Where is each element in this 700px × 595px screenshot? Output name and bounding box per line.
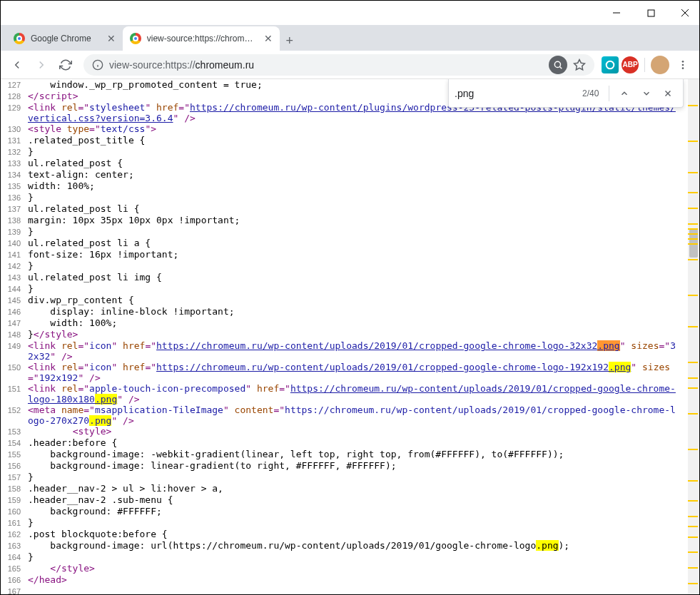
scrollbar[interactable] — [688, 79, 699, 594]
minimize-button[interactable] — [609, 6, 624, 20]
line-code[interactable]: ul.related_post li { — [28, 203, 688, 214]
close-icon[interactable]: ✕ — [264, 33, 273, 44]
line-code[interactable]: <link rel="icon" href="https://chromeum.… — [28, 340, 688, 362]
source-line: 138margin: 10px 35px 10px 0px !important… — [1, 215, 688, 226]
separator — [609, 86, 609, 101]
line-number: 132 — [1, 146, 28, 158]
source-line: 148}</style> — [1, 329, 688, 340]
svg-rect-1 — [648, 10, 654, 16]
line-code[interactable]: <style> — [28, 426, 688, 437]
source-line: 139} — [1, 226, 688, 238]
line-code[interactable]: background-image: url(https://chromeum.r… — [28, 540, 688, 551]
tab-google-chrome[interactable]: Google Chrome ✕ — [6, 26, 123, 51]
forward-button[interactable] — [31, 54, 52, 76]
source-line: 142} — [1, 260, 688, 272]
line-code[interactable]: } — [28, 192, 688, 203]
line-number: 127 — [1, 79, 28, 91]
reload-button[interactable] — [55, 54, 76, 76]
line-code[interactable]: ul.related_post { — [28, 158, 688, 168]
line-code[interactable]: }</style> — [28, 329, 688, 340]
line-code[interactable]: .header__nav-2 .sub-menu { — [28, 494, 688, 505]
line-number: 159 — [1, 494, 28, 506]
source-code-view[interactable]: 127 window._wp_rp_promoted_content = tru… — [1, 79, 688, 594]
line-code[interactable]: .post blockquote:before { — [28, 529, 688, 539]
line-code[interactable] — [28, 586, 688, 594]
line-code[interactable]: background: #FFFFFF; — [28, 506, 688, 517]
line-code[interactable]: .related_post_title { — [28, 135, 688, 146]
address-bar[interactable]: view-source:https://chromeum.ru — [83, 54, 594, 76]
line-code[interactable]: <link rel="apple-touch-icon-precomposed"… — [28, 383, 688, 405]
line-code[interactable]: text-align: center; — [28, 169, 688, 180]
line-code[interactable]: } — [28, 472, 688, 482]
line-code[interactable]: </style> — [28, 563, 688, 574]
line-code[interactable]: background-image: linear-gradient(to rig… — [28, 460, 688, 471]
line-code[interactable]: } — [28, 517, 688, 528]
tab-bar: Google Chrome ✕ view-source:https://chro… — [1, 25, 699, 51]
line-code[interactable]: </head> — [28, 574, 688, 585]
line-code[interactable]: background-image: -webkit-gradient(linea… — [28, 449, 688, 459]
line-number: 145 — [1, 295, 28, 306]
line-number: 134 — [1, 169, 28, 180]
line-code[interactable]: ul.related_post li a { — [28, 238, 688, 248]
svg-point-7 — [554, 61, 560, 67]
source-line: 131.related_post_title { — [1, 135, 688, 146]
line-code[interactable]: } — [28, 551, 688, 562]
svg-point-10 — [607, 61, 614, 68]
line-code[interactable]: margin: 10px 35px 10px 0px !important; — [28, 215, 688, 225]
line-code[interactable]: .header:before { — [28, 437, 688, 448]
profile-avatar[interactable] — [651, 56, 669, 74]
source-line: 163 background-image: url(https://chrome… — [1, 540, 688, 551]
line-code[interactable]: div.wp_rp_content { — [28, 295, 688, 305]
search-in-page-icon[interactable] — [549, 56, 567, 74]
line-code[interactable]: } — [28, 146, 688, 157]
source-line: 167 — [1, 586, 688, 594]
source-line: 153 <style> — [1, 426, 688, 437]
line-number: 162 — [1, 529, 28, 540]
extension-icon-1[interactable] — [602, 56, 619, 73]
line-code[interactable]: <meta name="msapplication-TileImage" con… — [28, 405, 688, 426]
line-code[interactable]: } — [28, 260, 688, 271]
tab-title: view-source:https://chromeum.ru — [147, 34, 254, 44]
find-input[interactable] — [455, 88, 579, 99]
line-number: 157 — [1, 472, 28, 483]
line-number: 164 — [1, 551, 28, 563]
close-button[interactable] — [678, 6, 692, 20]
source-line: 164} — [1, 551, 688, 563]
line-number: 158 — [1, 483, 28, 494]
maximize-button[interactable] — [644, 6, 658, 20]
source-line: 147 width: 100%; — [1, 317, 688, 329]
bookmark-icon[interactable] — [573, 59, 586, 71]
line-number: 129 — [1, 102, 28, 113]
menu-button[interactable] — [672, 54, 694, 76]
source-line: 145div.wp_rp_content { — [1, 295, 688, 306]
line-code[interactable]: <link rel="icon" href="https://chromeum.… — [28, 362, 688, 383]
line-number: 131 — [1, 135, 28, 146]
find-close-button[interactable] — [659, 83, 677, 103]
line-code[interactable]: <style type="text/css"> — [28, 123, 688, 134]
tab-view-source[interactable]: view-source:https://chromeum.ru ✕ — [123, 26, 280, 51]
line-code[interactable]: } — [28, 283, 688, 294]
source-line: 143ul.related_post li img { — [1, 272, 688, 283]
close-icon[interactable]: ✕ — [107, 33, 116, 44]
line-code[interactable]: ul.related_post li img { — [28, 272, 688, 283]
line-code[interactable]: display: inline-block !important; — [28, 306, 688, 317]
find-prev-button[interactable] — [615, 83, 634, 103]
line-code[interactable]: font-size: 16px !important; — [28, 249, 688, 260]
find-count: 2/40 — [582, 88, 599, 98]
line-code[interactable]: .header__nav-2 > ul > li:hover > a, — [28, 483, 688, 494]
find-bar: 2/40 — [448, 79, 684, 108]
url-text: view-source:https://chromeum.ru — [109, 59, 543, 71]
line-number: 141 — [1, 249, 28, 260]
line-code[interactable]: } — [28, 226, 688, 237]
source-line: 134text-align: center; — [1, 169, 688, 180]
find-next-button[interactable] — [637, 83, 656, 103]
adblock-icon[interactable]: ABP — [622, 56, 639, 73]
back-button[interactable] — [6, 54, 28, 76]
source-line: 162.post blockquote:before { — [1, 529, 688, 540]
new-tab-button[interactable]: + — [280, 31, 300, 51]
line-number: 130 — [1, 123, 28, 135]
line-code[interactable]: width: 100%; — [28, 317, 688, 328]
svg-point-13 — [682, 67, 684, 69]
source-line: 132} — [1, 146, 688, 158]
line-code[interactable]: width: 100%; — [28, 180, 688, 191]
